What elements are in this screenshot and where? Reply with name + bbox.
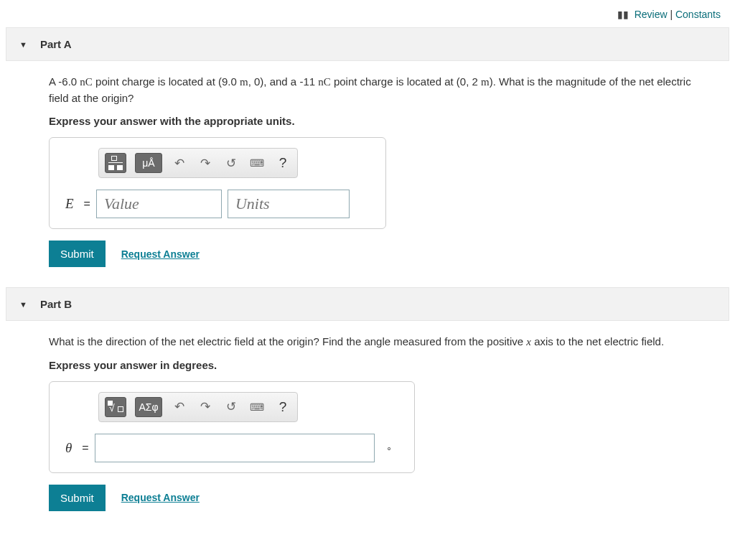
review-link[interactable]: Review	[635, 9, 668, 20]
part-b-title: Part B	[40, 298, 72, 310]
part-b-header[interactable]: ▼ Part B	[6, 287, 729, 321]
undo-icon[interactable]: ↶	[171, 399, 188, 414]
part-a-question: A -6.0 nC point charge is located at (9.…	[49, 74, 701, 106]
part-a-title: Part A	[40, 38, 72, 50]
greek-button[interactable]: ΑΣφ	[135, 397, 162, 417]
help-icon[interactable]: ?	[274, 155, 291, 171]
keyboard-icon[interactable]: ⌨	[248, 401, 266, 413]
submit-button[interactable]: Submit	[49, 485, 106, 511]
request-answer-link[interactable]: Request Answer	[121, 248, 200, 260]
part-b-instruction: Express your answer in degrees.	[49, 359, 701, 371]
part-a-toolbar: μÅ ↶ ↷ ↺ ⌨ ?	[98, 148, 298, 178]
part-a-header[interactable]: ▼ Part A	[6, 27, 729, 61]
request-answer-link[interactable]: Request Answer	[121, 492, 200, 503]
value-input[interactable]	[96, 190, 222, 218]
part-a-answer-box: μÅ ↶ ↷ ↺ ⌨ ? E =	[49, 137, 386, 229]
units-input[interactable]	[228, 190, 350, 218]
part-b-body: What is the direction of the net electri…	[6, 321, 729, 531]
link-separator: |	[670, 9, 675, 20]
redo-icon[interactable]: ↷	[197, 156, 214, 171]
template-icon[interactable]	[105, 153, 126, 173]
part-a-input-row: E =	[61, 190, 374, 218]
part-b-question: What is the direction of the net electri…	[49, 334, 701, 350]
top-links: ▮▮ Review | Constants	[6, 6, 729, 27]
chevron-down-icon: ▼	[19, 40, 27, 49]
units-button[interactable]: μÅ	[135, 153, 162, 173]
part-b-toolbar: √ ΑΣφ ↶ ↷ ↺ ⌨ ?	[98, 392, 298, 422]
book-icon: ▮▮	[617, 9, 629, 20]
degree-unit: ∘	[380, 442, 392, 453]
part-a-actions: Submit Request Answer	[49, 241, 701, 267]
chevron-down-icon: ▼	[19, 300, 27, 309]
part-a-body: A -6.0 nC point charge is located at (9.…	[6, 61, 729, 287]
equals-sign: =	[82, 442, 88, 454]
angle-input[interactable]	[95, 434, 375, 462]
part-a-variable: E	[61, 196, 78, 212]
part-b-variable: θ	[61, 440, 76, 456]
redo-icon[interactable]: ↷	[197, 399, 214, 414]
part-b-input-row: θ = ∘	[61, 434, 403, 462]
constants-link[interactable]: Constants	[675, 9, 721, 20]
reset-icon[interactable]: ↺	[223, 399, 240, 414]
undo-icon[interactable]: ↶	[171, 156, 188, 171]
help-icon[interactable]: ?	[274, 399, 291, 415]
submit-button[interactable]: Submit	[49, 241, 106, 267]
equals-sign: =	[84, 197, 90, 210]
keyboard-icon[interactable]: ⌨	[248, 157, 266, 169]
part-b-answer-box: √ ΑΣφ ↶ ↷ ↺ ⌨ ? θ = ∘	[49, 381, 415, 473]
root-template-icon[interactable]: √	[105, 397, 126, 417]
part-a-instruction: Express your answer with the appropriate…	[49, 115, 701, 127]
part-b-actions: Submit Request Answer	[49, 485, 701, 511]
reset-icon[interactable]: ↺	[223, 156, 240, 171]
